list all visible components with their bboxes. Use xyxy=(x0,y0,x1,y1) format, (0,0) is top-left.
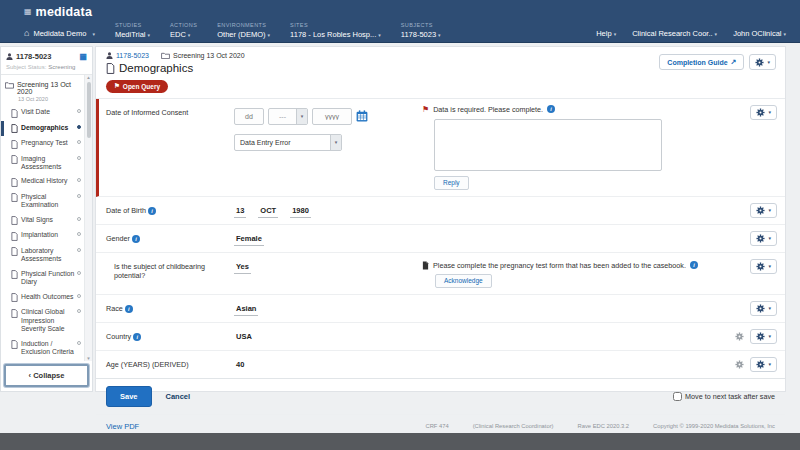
field-label: Is the subject of childbearing potential… xyxy=(106,259,234,281)
sidebar-item-cgi-severity-scale[interactable]: Clinical Global Impression Severity Scal… xyxy=(1,305,83,336)
row-actions-button[interactable]: ▾ xyxy=(750,357,777,372)
sidebar-item-physical-function-diary[interactable]: Physical Function Diary xyxy=(1,267,83,290)
breadcrumb-visit[interactable]: Screening 13 Oct 2020 xyxy=(161,52,245,59)
chevron-down-icon: ▾ xyxy=(378,32,381,38)
info-icon[interactable]: i xyxy=(690,261,698,269)
note-message: Please complete the pregnancy test form … xyxy=(433,261,686,270)
row-actions-button[interactable]: ▾ xyxy=(750,203,777,218)
subject-sidebar: 1178-5023 ▦ Subject Status:Screening ▲ ▼… xyxy=(0,46,93,392)
note-icon xyxy=(422,261,429,270)
user-menu[interactable]: John OClinical▾ xyxy=(733,29,786,38)
chevron-down-icon: ▾ xyxy=(188,32,191,38)
dob-month-value[interactable]: OCT xyxy=(258,206,278,218)
sidebar-item-vital-signs[interactable]: Vital Signs xyxy=(1,213,83,229)
consent-day-input[interactable] xyxy=(234,108,264,125)
gear-icon xyxy=(756,360,765,369)
grid-view-icon[interactable]: ▦ xyxy=(79,53,87,61)
scrollbar-thumb[interactable] xyxy=(87,82,91,138)
role-menu[interactable]: Clinical Research Coor..▾ xyxy=(632,29,717,38)
move-next-task-checkbox[interactable] xyxy=(673,392,682,401)
sidebar-item-medical-history[interactable]: Medical History xyxy=(1,174,83,190)
gear-icon xyxy=(756,234,765,243)
sidebar-item-imaging-assessments[interactable]: Imaging Assessments xyxy=(1,152,83,175)
footer-version: Rave EDC 2020.3.2 xyxy=(578,423,630,429)
sidebar-item-label: Induction / Exclusion Criteria xyxy=(21,340,76,357)
nav-environments-menu[interactable]: ENVIRONMENTS Other (DEMO)▾ xyxy=(217,23,270,38)
race-value[interactable]: Asian xyxy=(234,304,258,316)
gender-value[interactable]: Female xyxy=(234,234,264,246)
collapse-sidebar-button[interactable]: ‹ Collapse xyxy=(4,364,89,387)
reply-button[interactable]: Reply xyxy=(434,176,469,190)
sidebar-item-physical-examination[interactable]: Physical Examination xyxy=(1,190,83,213)
form-icon xyxy=(11,155,18,164)
sidebar-item-label: Imaging Assessments xyxy=(21,155,76,172)
breadcrumb-subject[interactable]: 1178-5023 xyxy=(106,52,149,59)
consent-month-select[interactable]: ---▾ xyxy=(268,108,308,125)
nav-studies-menu[interactable]: STUDIES MediTrial▾ xyxy=(115,23,150,38)
sidebar-item-induction-exclusion[interactable]: Induction / Exclusion Criteria xyxy=(1,337,83,360)
query-reason-select[interactable]: Data Entry Error▾ xyxy=(234,134,342,151)
sidebar-scrollbar[interactable]: ▲ ▼ xyxy=(84,75,92,361)
cancel-button[interactable]: Cancel xyxy=(166,392,191,401)
dob-day-value[interactable]: 13 xyxy=(234,206,246,218)
form-actions-button[interactable]: ▾ xyxy=(749,54,776,70)
field-label: Race i xyxy=(106,301,234,313)
completion-guide-button[interactable]: Completion Guide ↗ xyxy=(659,54,744,70)
chevron-down-icon: ▾ xyxy=(296,109,307,124)
form-icon xyxy=(106,63,115,74)
form-panel: 1178-5023 Screening 13 Oct 2020 Demograp… xyxy=(95,46,786,392)
nav-home-menu[interactable]: ⌂ Medidata Demo ▾ xyxy=(24,29,95,38)
sidebar-item-health-outcomes[interactable]: Health Outcomes xyxy=(1,290,83,306)
sidebar-item-implantation[interactable]: Implantation xyxy=(1,228,83,244)
chevron-down-icon: ▾ xyxy=(330,135,341,150)
status-circle-icon xyxy=(77,271,81,275)
sidebar-item-label: Physical Function Diary xyxy=(21,270,76,287)
view-pdf-link[interactable]: View PDF xyxy=(106,422,139,431)
nav-subjects-menu[interactable]: SUBJECTS 1178-5023▾ xyxy=(401,23,441,38)
sidebar-item-pregnancy-test[interactable]: Pregnancy Test xyxy=(1,136,83,152)
footer-crf: CRF 474 xyxy=(425,423,448,429)
calendar-icon[interactable] xyxy=(356,110,368,122)
save-button[interactable]: Save xyxy=(106,386,152,407)
row-actions-button[interactable]: ▾ xyxy=(750,105,777,120)
info-icon[interactable]: i xyxy=(148,207,156,215)
consent-year-input[interactable] xyxy=(312,108,352,125)
sidebar-item-visit-date[interactable]: Visit Date xyxy=(1,105,83,121)
sticky-note-panel: Please complete the pregnancy test form … xyxy=(422,259,750,288)
sidebar-item-laboratory-assessments[interactable]: Laboratory Assessments xyxy=(1,244,83,267)
info-icon[interactable]: i xyxy=(133,333,141,341)
scroll-up-icon[interactable]: ▲ xyxy=(86,75,90,80)
nav-actions-menu[interactable]: ACTIONS EDC▾ xyxy=(170,23,197,38)
info-icon[interactable]: i xyxy=(547,105,555,113)
sidebar-item-imaging-summary-data[interactable]: Imaging Summary Data xyxy=(1,360,83,361)
info-icon[interactable]: i xyxy=(132,235,140,243)
form-icon xyxy=(11,124,18,133)
subject-icon xyxy=(6,53,13,60)
acknowledge-button[interactable]: Acknowledge xyxy=(435,274,492,288)
row-actions-button[interactable]: ▾ xyxy=(750,231,777,246)
query-reply-textarea[interactable] xyxy=(434,119,662,171)
move-next-task-checkbox-label: Move to next task after save xyxy=(673,392,775,401)
folder-open-icon xyxy=(5,81,14,89)
sidebar-item-label: Health Outcomes xyxy=(21,293,74,301)
nav-sites-value: 1178 - Los Robles Hosp... xyxy=(290,30,376,39)
help-menu[interactable]: Help▾ xyxy=(596,29,616,38)
scroll-down-icon[interactable]: ▼ xyxy=(86,356,90,361)
status-circle-icon xyxy=(77,125,81,129)
sidebar-item-demographics[interactable]: Demographics xyxy=(1,121,83,137)
childbearing-value[interactable]: Yes xyxy=(234,262,251,274)
row-actions-button[interactable]: ▾ xyxy=(750,301,777,316)
field-label: Date of Informed Consent xyxy=(106,105,234,117)
row-actions-button[interactable]: ▾ xyxy=(750,329,777,344)
info-icon[interactable]: i xyxy=(125,305,133,313)
dob-year-value[interactable]: 1980 xyxy=(290,206,311,218)
form-icon xyxy=(11,216,18,225)
sidebar-visit-folder[interactable]: Screening 13 Oct 2020 xyxy=(1,77,83,96)
nav-sites-menu[interactable]: SITES 1178 - Los Robles Hosp...▾ xyxy=(290,23,381,38)
status-circle-icon xyxy=(77,232,81,236)
row-actions-button[interactable]: ▾ xyxy=(750,259,777,274)
sidebar-item-label: Implantation xyxy=(21,231,58,239)
page-title-text: Demographics xyxy=(119,62,193,74)
chevron-down-icon: ▾ xyxy=(768,361,771,367)
breadcrumb-subject-link[interactable]: 1178-5023 xyxy=(116,52,149,59)
